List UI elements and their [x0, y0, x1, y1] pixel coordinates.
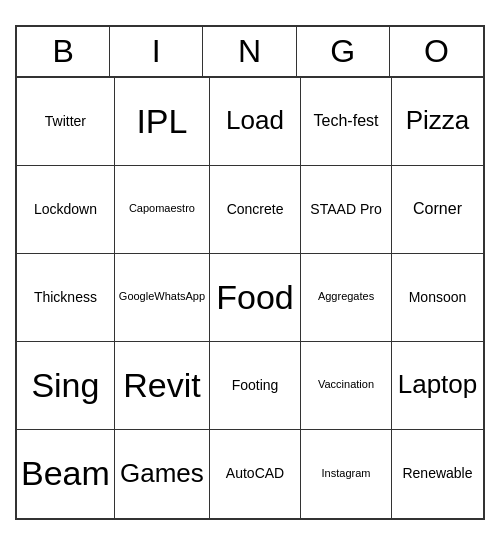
bingo-cell-22[interactable]: AutoCAD — [210, 430, 301, 518]
header-letter-o: O — [390, 27, 483, 76]
bingo-grid: TwitterIPLLoadTech-festPizzaLockdownCapo… — [17, 78, 483, 518]
cell-text-11: GoogleWhatsApp — [119, 290, 205, 303]
bingo-cell-9[interactable]: Corner — [392, 166, 483, 254]
cell-text-8: STAAD Pro — [310, 201, 381, 218]
cell-text-7: Concrete — [227, 201, 284, 218]
bingo-cell-1[interactable]: IPL — [115, 78, 210, 166]
bingo-cell-10[interactable]: Thickness — [17, 254, 115, 342]
cell-text-12: Food — [216, 277, 294, 318]
cell-text-5: Lockdown — [34, 201, 97, 218]
bingo-cell-5[interactable]: Lockdown — [17, 166, 115, 254]
cell-text-23: Instagram — [322, 467, 371, 480]
bingo-cell-0[interactable]: Twitter — [17, 78, 115, 166]
bingo-cell-17[interactable]: Footing — [210, 342, 301, 430]
header-letter-b: B — [17, 27, 110, 76]
cell-text-2: Load — [226, 105, 284, 136]
bingo-cell-24[interactable]: Renewable — [392, 430, 483, 518]
cell-text-13: Aggregates — [318, 290, 374, 303]
bingo-cell-2[interactable]: Load — [210, 78, 301, 166]
cell-text-4: Pizza — [406, 105, 470, 136]
cell-text-21: Games — [120, 458, 204, 489]
cell-text-14: Monsoon — [409, 289, 467, 306]
cell-text-20: Beam — [21, 453, 110, 494]
cell-text-9: Corner — [413, 199, 462, 218]
bingo-cell-23[interactable]: Instagram — [301, 430, 392, 518]
cell-text-22: AutoCAD — [226, 465, 284, 482]
bingo-cell-6[interactable]: Capomaestro — [115, 166, 210, 254]
bingo-cell-4[interactable]: Pizza — [392, 78, 483, 166]
cell-text-19: Laptop — [398, 369, 478, 400]
cell-text-15: Sing — [31, 365, 99, 406]
bingo-card: BINGO TwitterIPLLoadTech-festPizzaLockdo… — [15, 25, 485, 520]
bingo-cell-18[interactable]: Vaccination — [301, 342, 392, 430]
cell-text-16: Revit — [123, 365, 200, 406]
header-letter-n: N — [203, 27, 296, 76]
bingo-cell-14[interactable]: Monsoon — [392, 254, 483, 342]
cell-text-3: Tech-fest — [314, 111, 379, 130]
cell-text-17: Footing — [232, 377, 279, 394]
bingo-cell-16[interactable]: Revit — [115, 342, 210, 430]
header-letter-i: I — [110, 27, 203, 76]
bingo-cell-3[interactable]: Tech-fest — [301, 78, 392, 166]
cell-text-6: Capomaestro — [129, 202, 195, 215]
bingo-cell-8[interactable]: STAAD Pro — [301, 166, 392, 254]
cell-text-10: Thickness — [34, 289, 97, 306]
cell-text-24: Renewable — [402, 465, 472, 482]
bingo-cell-13[interactable]: Aggregates — [301, 254, 392, 342]
bingo-cell-20[interactable]: Beam — [17, 430, 115, 518]
bingo-cell-15[interactable]: Sing — [17, 342, 115, 430]
bingo-cell-12[interactable]: Food — [210, 254, 301, 342]
bingo-cell-19[interactable]: Laptop — [392, 342, 483, 430]
cell-text-1: IPL — [136, 101, 187, 142]
bingo-cell-11[interactable]: GoogleWhatsApp — [115, 254, 210, 342]
header-letter-g: G — [297, 27, 390, 76]
cell-text-18: Vaccination — [318, 378, 374, 391]
bingo-header: BINGO — [17, 27, 483, 78]
cell-text-0: Twitter — [45, 113, 86, 130]
bingo-cell-21[interactable]: Games — [115, 430, 210, 518]
bingo-cell-7[interactable]: Concrete — [210, 166, 301, 254]
